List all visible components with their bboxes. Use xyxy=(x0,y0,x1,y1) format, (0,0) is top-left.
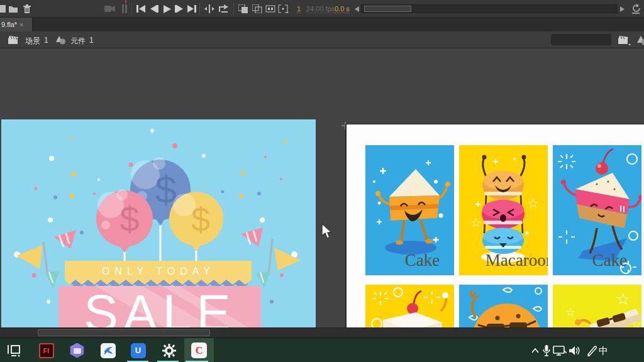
scene-clapperboard-icon xyxy=(8,35,19,47)
stage-left-poster[interactable]: $ $ $ xyxy=(1,119,316,327)
svg-text:☆: ☆ xyxy=(470,216,482,229)
card-label: Cake xyxy=(565,251,641,270)
toolbar-divider xyxy=(131,3,132,15)
layer-depth-icon[interactable] xyxy=(119,4,131,14)
card-square-cake xyxy=(365,285,454,327)
square-cake-artwork xyxy=(365,285,454,327)
edit-bar: 场景 1 元件 1 xyxy=(0,31,644,48)
edit-multiple-frames-icon[interactable] xyxy=(265,4,276,14)
card-lying-cookie: ☆ ☆ ☆ xyxy=(553,285,641,327)
document-tab[interactable]: 9.fla* × xyxy=(0,18,33,31)
card-macaroon: ☆ ☆ xyxy=(459,145,548,275)
new-folder-icon[interactable] xyxy=(8,4,19,14)
toolbar-divider xyxy=(199,3,200,15)
step-back-icon[interactable] xyxy=(148,4,160,14)
symbol-icon xyxy=(55,35,66,47)
breadcrumb-symbol-number[interactable]: 1 xyxy=(89,36,94,45)
center-frame-icon[interactable] xyxy=(204,4,215,14)
adobe-animate-icon[interactable]: Fl xyxy=(38,343,54,358)
toolbar-divider xyxy=(233,3,234,15)
onion-skin-icon[interactable] xyxy=(238,4,249,14)
frame-scrollbar[interactable] xyxy=(361,4,618,13)
svg-text:$: $ xyxy=(119,199,139,239)
card-label: Cake xyxy=(378,251,454,270)
camtasia-glyph: C xyxy=(191,343,207,358)
cookie-sunglasses-artwork xyxy=(459,285,548,327)
svg-text:☆: ☆ xyxy=(616,290,630,309)
sale-box: SALE xyxy=(58,284,261,327)
sale-poster-artwork: $ $ $ xyxy=(1,119,316,327)
lying-cookie-artwork: ☆ ☆ ☆ xyxy=(553,285,641,327)
camtasia-icon[interactable]: C xyxy=(191,343,207,358)
go-first-frame-icon[interactable] xyxy=(135,4,147,14)
edit-scene-icon[interactable] xyxy=(618,35,631,48)
app-window: 1 24.00 fps 0.0 s 9.fla* × 场景 1 元件 1 xyxy=(0,0,644,362)
edit-symbol-icon[interactable] xyxy=(636,35,644,48)
thunder-icon[interactable] xyxy=(100,343,116,358)
settings-gear-icon[interactable] xyxy=(161,343,177,358)
horizontal-scrollbar[interactable] xyxy=(0,327,644,337)
mouse-cursor-icon xyxy=(321,223,332,242)
svg-text:☆: ☆ xyxy=(565,306,575,319)
modify-markers-icon[interactable] xyxy=(278,4,289,14)
add-camera-icon[interactable] xyxy=(104,4,116,14)
zoom-field[interactable] xyxy=(551,34,611,45)
volume-icon[interactable] xyxy=(567,343,582,358)
card-cake-2: Cake xyxy=(553,145,641,275)
stage-right-poster[interactable]: Cake ☆ ☆ xyxy=(345,124,644,327)
new-layer-icon[interactable] xyxy=(0,4,7,14)
delete-icon[interactable] xyxy=(21,4,33,14)
animate-logo-glyph: Fl xyxy=(39,343,54,358)
ime-indicator[interactable]: 中 xyxy=(599,345,608,357)
pen-icon[interactable] xyxy=(584,343,599,358)
document-tab-bar: 9.fla* × xyxy=(0,18,644,31)
playhead-tick xyxy=(125,0,126,3)
u-app-icon[interactable]: U xyxy=(130,343,146,358)
taskbar: Fl U C xyxy=(0,337,644,362)
frame-scroll-right-icon[interactable] xyxy=(619,6,625,12)
stage-work-area[interactable]: $ $ $ xyxy=(0,48,644,327)
gallery-icon[interactable] xyxy=(69,343,85,358)
play-icon[interactable] xyxy=(162,4,173,14)
frame-scroll-left-icon[interactable] xyxy=(353,6,360,12)
task-view-icon[interactable] xyxy=(6,343,21,358)
horizontal-scrollbar-thumb[interactable] xyxy=(38,329,210,336)
card-cake-1: Cake xyxy=(365,145,454,275)
sale-headline: SALE xyxy=(84,284,236,327)
banner-text: ONLY TODAY xyxy=(102,266,215,277)
svg-text:$: $ xyxy=(191,200,210,238)
go-last-frame-icon[interactable] xyxy=(186,4,197,14)
document-tab-title: 9.fla* xyxy=(1,21,17,28)
step-forward-icon[interactable] xyxy=(174,4,185,14)
onion-skin-outline-icon[interactable] xyxy=(252,4,263,14)
display-network-icon[interactable] xyxy=(552,343,567,358)
loop-playback-icon[interactable] xyxy=(218,4,229,14)
card-label: Macaroon xyxy=(475,251,548,270)
card-cookie xyxy=(459,285,548,327)
svg-text:☆: ☆ xyxy=(527,195,540,211)
breadcrumb-symbol-label[interactable]: 元件 xyxy=(70,36,86,47)
timeline-toolbar: 1 24.00 fps 0.0 s xyxy=(0,0,644,18)
breadcrumb-scene-number[interactable]: 1 xyxy=(44,36,48,45)
u-app-glyph: U xyxy=(131,343,146,358)
restore-icon[interactable] xyxy=(630,4,641,14)
current-frame-value[interactable]: 1 xyxy=(297,5,301,13)
frame-rate-value[interactable]: 24.00 fps xyxy=(306,5,335,13)
frame-scrollbar-thumb[interactable] xyxy=(364,6,411,12)
tab-close-icon[interactable]: × xyxy=(19,21,23,28)
breadcrumb-scene-label[interactable]: 场景 xyxy=(25,36,40,47)
elapsed-time-value[interactable]: 0.0 s xyxy=(335,5,350,13)
